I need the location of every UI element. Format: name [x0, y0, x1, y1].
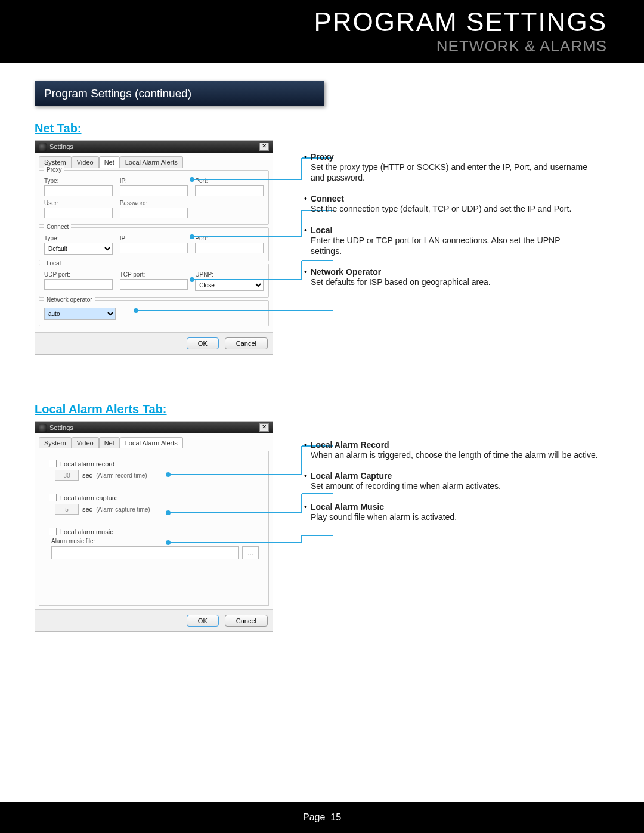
callout-network-operator: •Network OperatorSet defaults for ISP ba…	[304, 267, 590, 287]
callout-alarm-music: •Local Alarm MusicPlay sound file when a…	[304, 502, 602, 522]
app-icon	[39, 143, 47, 151]
tab-local-alarm-alerts[interactable]: Local Alarm Alerts	[120, 437, 183, 448]
page-title: PROGRAM SETTINGS	[0, 0, 644, 37]
proxy-user-input[interactable]	[44, 208, 113, 218]
page-subtitle: NETWORK & ALARMS	[0, 37, 644, 55]
callout-alarm-record: •Local Alarm RecordWhen an alarm is trig…	[304, 440, 602, 460]
tab-strip: System Video Net Local Alarm Alerts	[39, 156, 269, 168]
tcp-port-input[interactable]	[120, 279, 188, 290]
connect-ip-input[interactable]	[120, 243, 188, 253]
settings-dialog-net: Settings ✕ System Video Net Local Alarm …	[35, 140, 273, 355]
tab-net[interactable]: Net	[99, 156, 120, 168]
callout-connect: •ConnectSet the connection type (default…	[304, 194, 590, 214]
alarm-capture-time-input[interactable]	[55, 504, 79, 515]
local-alarm-music-checkbox[interactable]	[49, 528, 57, 535]
network-operator-group: Network operator auto	[39, 300, 269, 326]
page-footer: Page 15	[0, 802, 644, 833]
alarm-record-time-input[interactable]	[55, 470, 79, 481]
page-header: PROGRAM SETTINGS NETWORK & ALARMS	[0, 0, 644, 63]
callout-alarm-capture: •Local Alarm CaptureSet amount of record…	[304, 471, 602, 491]
callout-proxy: •ProxySet the proxy type (HTTP or SOCKS)…	[304, 152, 590, 183]
net-tab-heading: Net Tab:	[35, 122, 609, 135]
dialog-title-text: Settings	[49, 143, 73, 150]
tab-video[interactable]: Video	[72, 156, 99, 168]
proxy-port-input[interactable]	[195, 185, 264, 196]
proxy-group: Proxy Type: IP: Port: User: Password:	[39, 170, 269, 225]
close-icon[interactable]: ✕	[259, 143, 269, 151]
tab-system[interactable]: System	[39, 437, 72, 448]
cancel-button[interactable]: Cancel	[225, 337, 268, 349]
alarm-music-file-input[interactable]	[51, 546, 239, 559]
net-callouts: •ProxySet the proxy type (HTTP or SOCKS)…	[304, 152, 590, 298]
connect-group: Connect Type:Default IP: Port:	[39, 227, 269, 261]
dialog-titlebar: Settings ✕	[35, 422, 273, 433]
connect-type-select[interactable]: Default	[44, 243, 113, 255]
network-operator-select[interactable]: auto	[44, 308, 116, 320]
section-bar: Program Settings (continued)	[35, 81, 324, 106]
proxy-type-input[interactable]	[44, 185, 113, 196]
tab-local-alarm-alerts[interactable]: Local Alarm Alerts	[120, 156, 183, 168]
proxy-ip-input[interactable]	[120, 185, 188, 196]
upnp-select[interactable]: Close	[195, 279, 264, 291]
settings-dialog-alarm: Settings ✕ System Video Net Local Alarm …	[35, 421, 273, 632]
dialog-title-text: Settings	[49, 424, 73, 431]
close-icon[interactable]: ✕	[259, 423, 269, 432]
tab-net[interactable]: Net	[99, 437, 120, 448]
cancel-button[interactable]: Cancel	[225, 615, 268, 627]
local-group: Local UDP port: TCP port: UPNP:Close	[39, 264, 269, 298]
browse-button[interactable]: ...	[242, 546, 259, 559]
tab-video[interactable]: Video	[72, 437, 99, 448]
ok-button[interactable]: OK	[187, 337, 219, 349]
connect-port-input[interactable]	[195, 243, 264, 253]
app-icon	[39, 424, 47, 432]
dialog-titlebar: Settings ✕	[35, 141, 273, 153]
callout-local: •LocalEnter the UDP or TCP port for LAN …	[304, 225, 590, 256]
ok-button[interactable]: OK	[187, 615, 219, 627]
alarm-callouts: •Local Alarm RecordWhen an alarm is trig…	[304, 440, 602, 534]
local-alarm-capture-checkbox[interactable]	[49, 494, 57, 501]
udp-port-input[interactable]	[44, 279, 113, 290]
proxy-password-input[interactable]	[120, 208, 188, 218]
alarm-tab-heading: Local Alarm Alerts Tab:	[35, 402, 609, 416]
tab-strip: System Video Net Local Alarm Alerts	[39, 437, 269, 448]
local-alarm-record-checkbox[interactable]	[49, 460, 57, 467]
